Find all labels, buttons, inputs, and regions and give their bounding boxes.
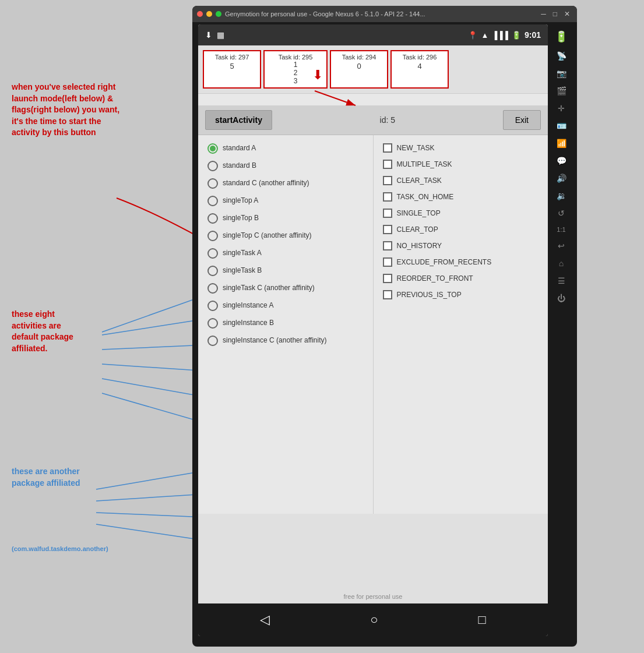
notification-icon: ▦ [217,30,224,40]
menu-nav-sidebar-icon[interactable]: ☰ [558,276,565,285]
radio-circle-standard-b[interactable] [207,161,218,171]
checkbox-previous-is-top[interactable] [383,290,392,299]
check-new-task[interactable]: NEW_TASK [381,140,548,156]
close-button[interactable]: ✕ [562,10,572,18]
radio-standard-b[interactable]: standard B [205,157,373,175]
check-reorder-to-front[interactable]: REORDER_TO_FRONT [381,270,548,287]
maximize-button[interactable]: □ [551,10,559,18]
status-bar: ⬇ ▦ 📍 ▲ ▐▐▐ 🔋 9:01 [198,24,548,45]
radio-standard-a[interactable]: standard A [205,140,373,157]
back-button[interactable]: ◁ [260,612,270,627]
checkbox-no-history[interactable] [383,241,392,250]
title-dot [197,11,203,17]
download-icon: ⬇ [205,30,212,40]
status-icons-right: 📍 ▲ ▐▐▐ 🔋 9:01 [468,30,541,40]
film-sidebar-icon[interactable]: 🎬 [557,86,566,96]
down-arrow-icon: ⬇ [312,68,323,83]
title-bar-buttons[interactable]: ─ □ ✕ [539,10,572,18]
radio-singleinstance-c[interactable]: singleInstance C (another affinity) [205,332,373,350]
wifi-icon: ▲ [481,31,488,40]
minimize-button[interactable]: ─ [539,10,548,18]
checkbox-single-top[interactable] [383,209,392,218]
id-sidebar-icon[interactable]: 🪪 [557,121,566,130]
start-activity-button[interactable]: startActivity [205,110,272,130]
radio-circle-singletask-c[interactable] [207,283,218,294]
radio-circle-singleinstance-a[interactable] [207,301,218,311]
location-icon: 📍 [468,31,477,40]
radio-label-singletop-c: singleTop C (another affinity) [223,231,312,241]
check-multiple-task[interactable]: MULTIPLE_TASK [381,156,548,172]
radio-circle-standard-c[interactable] [207,178,218,189]
checkbox-clear-top[interactable] [383,225,392,234]
radio-circle-singletask-a[interactable] [207,248,218,259]
check-exclude-from-recents[interactable]: EXCLUDE_FROM_RECENTS [381,254,548,270]
task-296-title: Task id: 296 [396,54,443,61]
checkbox-reorder-to-front[interactable] [383,274,392,283]
status-icons-left: ⬇ ▦ [205,30,224,40]
check-single-top[interactable]: SINGLE_TOP [381,205,548,221]
radio-circle-singletop-b[interactable] [207,213,218,224]
task-arrow-svg [280,88,396,111]
title-bar-left: Genymotion for personal use - Google Nex… [197,10,425,17]
annotation-eight-activities: these eight activities are default packa… [12,309,87,354]
annotation-launch-mode: when you've selected right launch mode(l… [12,82,122,139]
check-clear-top[interactable]: CLEAR_TOP [381,221,548,238]
radio-singletop-c[interactable]: singleTop C (another affinity) [205,227,373,245]
back-nav-sidebar-icon[interactable]: ↩ [558,241,565,250]
camera-sidebar-icon[interactable]: 📷 [557,69,566,78]
check-clear-task[interactable]: CLEAR_TASK [381,172,548,189]
task-295-title: Task id: 295 [269,54,322,61]
radio-circle-standard-a[interactable] [207,143,218,154]
checkbox-clear-task[interactable] [383,176,392,185]
chat-sidebar-icon[interactable]: 💬 [557,156,566,165]
check-previous-is-top[interactable]: PREVIOUS_IS_TOP [381,287,548,303]
nav-bar: ◁ ○ □ [198,603,548,636]
volume-down-sidebar-icon[interactable]: 🔉 [557,191,566,200]
radio-circle-singleinstance-b[interactable] [207,318,218,329]
scale-sidebar-icon[interactable]: 1:1 [557,226,565,233]
radio-singletask-b[interactable]: singleTask B [205,262,373,280]
radio-singletop-a[interactable]: singleTop A [205,192,373,210]
radio-standard-c[interactable]: standard C (another affinity) [205,175,373,192]
checkbox-task-on-home[interactable] [383,192,392,202]
emulator-right-sidebar: 🔋 📡 📷 🎬 ✛ 🪪 📶 💬 🔊 🔉 ↺ 1:1 ↩ ⌂ ☰ ⏻ [548,24,575,644]
recents-button[interactable]: □ [478,612,486,627]
checkbox-exclude-from-recents[interactable] [383,257,392,267]
check-label-clear-top: CLEAR_TOP [397,225,438,234]
check-task-on-home[interactable]: TASK_ON_HOME [381,189,548,205]
signal-icon: ▐▐▐ [492,31,508,40]
gps-sidebar-icon[interactable]: 📡 [557,51,566,61]
radio-label-standard-a: standard A [223,144,256,153]
radio-circle-singletop-a[interactable] [207,196,218,206]
move-sidebar-icon[interactable]: ✛ [558,104,565,113]
check-label-exclude-from-recents: EXCLUDE_FROM_RECENTS [397,258,492,266]
radio-singleinstance-a[interactable]: singleInstance A [205,297,373,315]
radio-label-singletask-a: singleTask A [223,249,262,258]
radio-singleinstance-b[interactable]: singleInstance B [205,315,373,332]
radio-singletask-a[interactable]: singleTask A [205,245,373,262]
volume-up-sidebar-icon[interactable]: 🔊 [557,174,566,183]
exit-button[interactable]: Exit [503,110,541,130]
radio-circle-singleinstance-c[interactable] [207,336,218,346]
radio-circle-singletop-c[interactable] [207,231,218,241]
checkbox-new-task[interactable] [383,143,392,153]
power-sidebar-icon[interactable]: ⏻ [557,294,565,303]
radio-circle-singletask-b[interactable] [207,266,218,276]
list-area: standard A standard B standard C (anothe… [198,135,548,514]
radio-label-standard-b: standard B [223,161,256,171]
wifi-sidebar-icon[interactable]: 📶 [557,139,566,148]
radio-label-singletask-c: singleTask C (another affinity) [223,284,315,293]
home-nav-sidebar-icon[interactable]: ⌂ [559,259,564,268]
radio-label-singletask-b: singleTask B [223,266,262,276]
home-button[interactable]: ○ [370,612,378,627]
radio-label-singletop-b: singleTop B [223,214,259,223]
title-dot-2 [206,11,212,17]
check-label-previous-is-top: PREVIOUS_IS_TOP [397,291,462,299]
battery-icon: 🔋 [512,31,521,40]
rotate-sidebar-icon[interactable]: ↺ [558,209,565,218]
radio-singletop-b[interactable]: singleTop B [205,210,373,227]
checkbox-multiple-task[interactable] [383,160,392,169]
check-label-single-top: SINGLE_TOP [397,209,441,217]
radio-singletask-c[interactable]: singleTask C (another affinity) [205,280,373,297]
check-no-history[interactable]: NO_HISTORY [381,238,548,254]
